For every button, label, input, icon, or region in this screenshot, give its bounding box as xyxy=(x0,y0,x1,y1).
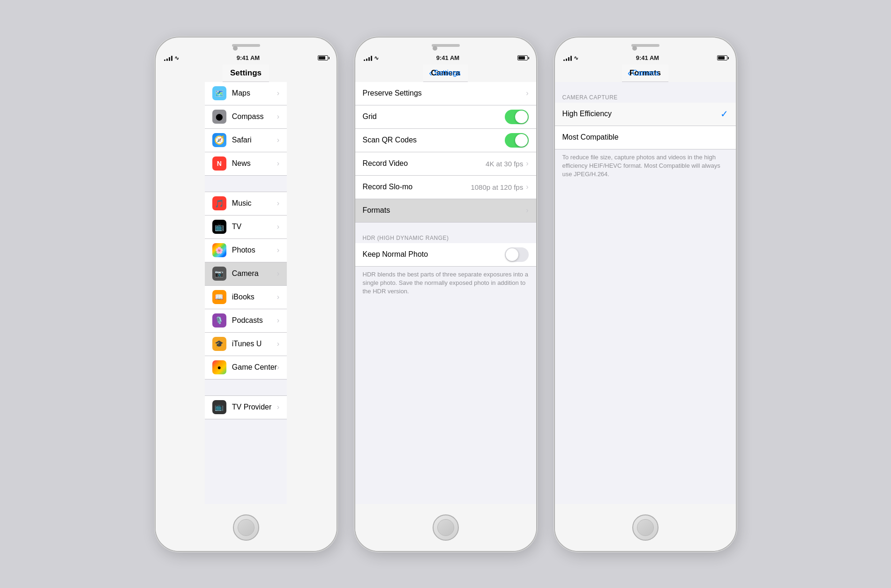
format-high-efficiency[interactable]: High Efficiency ✓ xyxy=(555,103,736,126)
safari-chevron: › xyxy=(277,136,279,144)
scan-qr-label: Scan QR Codes xyxy=(363,136,505,144)
phone-1-title: Settings xyxy=(230,68,262,78)
status-left-2: ∿ xyxy=(364,55,379,61)
camera-grid[interactable]: Grid xyxy=(355,105,536,129)
section-divider-2 xyxy=(205,380,287,396)
camera-record-slomo[interactable]: Record Slo-mo 1080p at 120 fps › xyxy=(355,176,536,199)
podcasts-chevron: › xyxy=(277,316,279,325)
phone-2-screen[interactable]: Preserve Settings › Grid Scan QR Codes R… xyxy=(355,82,536,504)
scan-qr-toggle[interactable] xyxy=(505,133,529,148)
news-chevron: › xyxy=(277,159,279,168)
status-left-1: ∿ xyxy=(164,55,179,61)
format-most-compatible[interactable]: Most Compatible xyxy=(555,126,736,149)
game-center-chevron: › xyxy=(277,363,279,372)
home-button-1[interactable] xyxy=(233,514,259,541)
home-button-3[interactable] xyxy=(632,514,659,541)
status-time-1: 9:41 AM xyxy=(237,54,260,61)
phone-comparison: ∿ 9:41 AM Settings 🗺️ Maps › ⬤ Compass › xyxy=(155,37,737,552)
phone-1-screen[interactable]: 🗺️ Maps › ⬤ Compass › 🧭 Safari › N News … xyxy=(205,82,287,504)
ibooks-chevron: › xyxy=(277,293,279,301)
maps-chevron: › xyxy=(277,89,279,97)
compass-chevron: › xyxy=(277,112,279,121)
phone-1-top xyxy=(156,37,337,52)
home-button-2[interactable] xyxy=(433,514,459,541)
front-camera-3 xyxy=(632,46,637,51)
camera-preserve-settings[interactable]: Preserve Settings › xyxy=(355,82,536,105)
back-label-2: Settings xyxy=(434,69,461,77)
news-icon: N xyxy=(212,156,226,171)
settings-item-compass[interactable]: ⬤ Compass › xyxy=(205,105,287,129)
camera-keep-normal-photo[interactable]: Keep Normal Photo xyxy=(355,243,536,267)
itunes-u-chevron: › xyxy=(277,340,279,348)
settings-item-tv[interactable]: 📺 TV › xyxy=(205,216,287,239)
settings-item-itunes-u[interactable]: 🎓 iTunes U › xyxy=(205,333,287,356)
settings-item-camera[interactable]: 📷 Camera › xyxy=(205,262,287,286)
status-bar-3: ∿ 9:41 AM xyxy=(555,52,736,65)
settings-back-button[interactable]: ‹ Settings xyxy=(429,68,460,77)
status-right-2 xyxy=(517,55,528,60)
camera-chevron: › xyxy=(277,269,279,278)
settings-item-ibooks[interactable]: 📖 iBooks › xyxy=(205,286,287,309)
phone-2-top xyxy=(355,37,536,52)
phone-2-bottom xyxy=(355,504,536,551)
formats-top-gap xyxy=(555,82,736,91)
camera-scan-qr[interactable]: Scan QR Codes xyxy=(355,129,536,152)
back-chevron-3: ‹ xyxy=(628,68,631,77)
settings-item-news[interactable]: N News › xyxy=(205,152,287,176)
phone-1-settings: ∿ 9:41 AM Settings 🗺️ Maps › ⬤ Compass › xyxy=(155,37,337,552)
compass-icon: ⬤ xyxy=(212,110,226,124)
music-icon: 🎵 xyxy=(212,196,226,210)
safari-icon: 🧭 xyxy=(212,133,226,147)
settings-item-music[interactable]: 🎵 Music › xyxy=(205,192,287,216)
camera-record-video[interactable]: Record Video 4K at 30 fps › xyxy=(355,152,536,176)
signal-icon-3 xyxy=(563,55,572,61)
formats-chevron: › xyxy=(526,206,528,215)
compass-label: Compass xyxy=(232,112,277,121)
music-chevron: › xyxy=(277,199,279,208)
keep-normal-knob xyxy=(506,248,518,261)
settings-item-maps[interactable]: 🗺️ Maps › xyxy=(205,82,287,105)
tv-provider-icon: 📺 xyxy=(212,400,226,414)
tv-label: TV xyxy=(232,223,277,231)
preserve-label: Preserve Settings xyxy=(363,89,526,97)
settings-title-bar: Settings xyxy=(223,65,269,82)
record-slomo-label: Record Slo-mo xyxy=(363,183,471,191)
settings-item-podcasts[interactable]: 🎙️ Podcasts › xyxy=(205,309,287,333)
grid-toggle-knob xyxy=(515,111,528,123)
itunes-u-label: iTunes U xyxy=(232,340,277,348)
camera-back-button[interactable]: ‹ Camera xyxy=(628,68,659,77)
camera-formats[interactable]: Formats › xyxy=(355,199,536,223)
camera-label: Camera xyxy=(232,269,277,278)
record-video-chevron: › xyxy=(526,159,528,168)
phone-1-bottom xyxy=(156,504,337,551)
tv-provider-label: TV Provider xyxy=(232,403,277,411)
settings-item-photos[interactable]: 🌸 Photos › xyxy=(205,239,287,262)
phone-3-formats: ∿ 9:41 AM ‹ Camera Formats CAMERA CAPTUR… xyxy=(554,37,737,552)
maps-icon: 🗺️ xyxy=(212,86,226,100)
hdr-description: HDR blends the best parts of three separ… xyxy=(355,267,536,302)
settings-item-game-center[interactable]: ● Game Center › xyxy=(205,356,287,380)
most-compatible-label: Most Compatible xyxy=(562,133,728,141)
status-bar-1: ∿ 9:41 AM xyxy=(156,52,337,65)
music-label: Music xyxy=(232,199,277,208)
settings-item-tv-provider[interactable]: 📺 TV Provider › xyxy=(205,396,287,419)
keep-normal-toggle[interactable] xyxy=(505,247,529,262)
grid-toggle[interactable] xyxy=(505,110,529,124)
scan-qr-knob xyxy=(515,134,528,147)
phone-3-screen[interactable]: CAMERA CAPTURE High Efficiency ✓ Most Co… xyxy=(555,82,736,504)
settings-item-safari[interactable]: 🧭 Safari › xyxy=(205,129,287,152)
wifi-icon-1: ∿ xyxy=(174,55,179,61)
safari-label: Safari xyxy=(232,136,277,144)
record-video-value: 4K at 30 fps xyxy=(486,160,523,168)
photos-chevron: › xyxy=(277,246,279,254)
record-slomo-chevron: › xyxy=(526,183,528,191)
camera-icon: 📷 xyxy=(212,267,226,281)
status-right-3 xyxy=(717,55,727,60)
back-label-3: Camera xyxy=(632,69,659,77)
formats-label: Formats xyxy=(363,206,526,215)
status-right-1 xyxy=(318,55,328,60)
preserve-chevron: › xyxy=(526,89,528,97)
formats-nav-bar: ‹ Camera Formats xyxy=(622,65,668,82)
formats-description: To reduce file size, capture photos and … xyxy=(555,149,736,185)
wifi-icon-3: ∿ xyxy=(574,55,578,61)
